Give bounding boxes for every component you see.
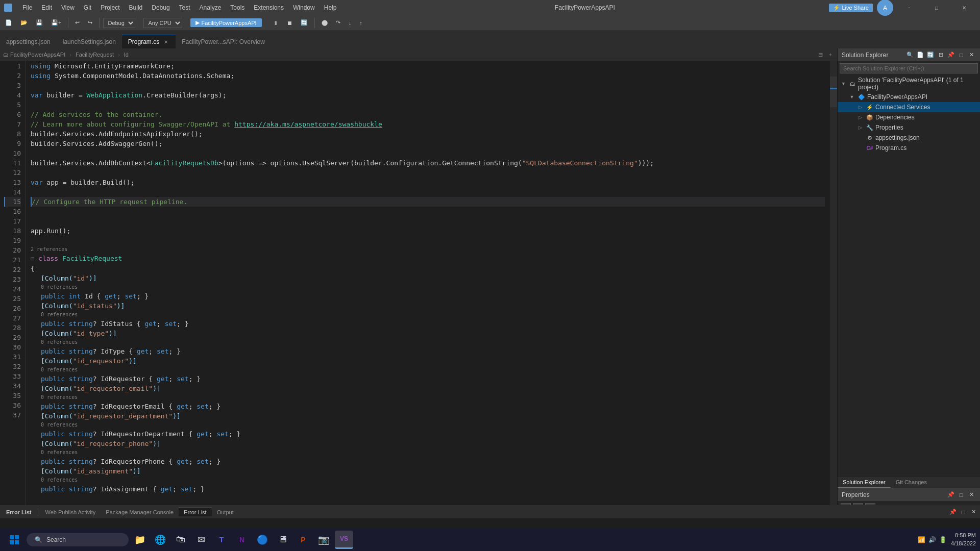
taskbar-vs[interactable]: VS	[335, 531, 353, 549]
menu-window[interactable]: Window	[289, 3, 319, 12]
menu-edit[interactable]: Edit	[37, 3, 56, 12]
programcs-node[interactable]: C# Program.cs	[838, 143, 980, 153]
taskbar-teams[interactable]: T	[212, 531, 231, 549]
stop-button[interactable]: ⏹	[284, 19, 296, 27]
maximize-properties-icon[interactable]: □	[957, 490, 966, 499]
breadcrumb-project[interactable]: 🗂 FacilityPowerAppsAPI	[3, 52, 65, 58]
close-button[interactable]: ✕	[952, 0, 976, 15]
code-line-18: app.Run();	[31, 226, 825, 236]
platform-dropdown[interactable]: Any CPU	[143, 18, 182, 28]
appsettings-node[interactable]: ⚙ appsettings.json	[838, 133, 980, 143]
taskbar-onenote[interactable]: N	[233, 531, 251, 549]
save-button[interactable]: 💾	[33, 18, 46, 27]
taskbar-mail[interactable]: ✉	[192, 531, 210, 549]
tab-appsettings[interactable]: appsettings.json	[0, 35, 57, 48]
main-layout: 🗂 FacilityPowerAppsAPI › FacilityRequest…	[0, 48, 980, 515]
taskbar-powerpoint[interactable]: P	[294, 531, 312, 549]
tab-web-publish[interactable]: Web Publish Activity	[40, 508, 101, 516]
taskbar-remote[interactable]: 🖥	[274, 531, 292, 549]
taskbar-edge[interactable]: 🌐	[151, 531, 169, 549]
properties-node[interactable]: ▷ 🔧 Properties	[838, 122, 980, 133]
live-share-button[interactable]: ⚡ Live Share	[829, 4, 873, 12]
breakpoint-button[interactable]: ⬤	[318, 18, 331, 27]
close-panel-icon[interactable]: ✕	[967, 51, 976, 60]
debug-mode-dropdown[interactable]: Debug	[103, 18, 135, 28]
maximize-button[interactable]: □	[925, 0, 948, 15]
search-icon[interactable]: 🔍	[905, 51, 915, 60]
connected-services-node[interactable]: ▷ ⚡ Connected Services	[838, 102, 980, 112]
start-debug-button[interactable]: ▶ FacilityPowerAppsAPI	[190, 18, 261, 27]
taskbar-clock[interactable]: 8:58 PM 4/18/2022	[951, 532, 976, 547]
menu-debug[interactable]: Debug	[148, 3, 174, 12]
menu-help[interactable]: Help	[320, 3, 341, 12]
new-file-button[interactable]: 📄	[2, 18, 15, 27]
save-all-button[interactable]: 💾+	[48, 18, 64, 27]
battery-icon[interactable]: 🔋	[939, 536, 947, 543]
pin-icon[interactable]: 📌	[946, 51, 955, 60]
menu-git[interactable]: Git	[80, 3, 95, 12]
git-changes-tab[interactable]: Git Changes	[891, 477, 932, 488]
restart-button[interactable]: 🔄	[298, 18, 311, 27]
menu-file[interactable]: File	[18, 3, 36, 12]
tab-package-manager[interactable]: Package Manager Console	[101, 508, 179, 516]
breadcrumb-member[interactable]: Id	[124, 52, 129, 58]
code-line-4: var builder = WebApplication.CreateBuild…	[31, 90, 825, 100]
tab-launchsettings[interactable]: launchSettings.json	[57, 35, 122, 48]
pause-button[interactable]: ⏸	[270, 19, 282, 27]
svg-rect-1	[15, 535, 19, 539]
menu-tools[interactable]: Tools	[226, 3, 249, 12]
dependencies-node[interactable]: ▷ 📦 Dependencies	[838, 112, 980, 122]
maximize-panel-icon[interactable]: □	[957, 51, 966, 60]
menu-analyze[interactable]: Analyze	[195, 3, 226, 12]
panel-controls: 📌 □ ✕	[948, 508, 978, 517]
network-icon[interactable]: 📶	[918, 536, 925, 543]
minimize-button[interactable]: −	[897, 0, 921, 15]
maximize-panel-icon[interactable]: □	[959, 508, 968, 517]
menu-view[interactable]: View	[57, 3, 79, 12]
step-into-button[interactable]: ↓	[346, 19, 355, 27]
collapse-all-icon[interactable]: ⊟	[936, 51, 945, 60]
tab-overview[interactable]: FacilityPower...sAPI: Overview	[176, 35, 271, 48]
vertical-scrollbar[interactable]	[830, 61, 837, 515]
user-avatar[interactable]: A	[877, 0, 893, 16]
breadcrumb-file[interactable]: FacilityRequest	[76, 52, 114, 58]
menu-extensions[interactable]: Extensions	[250, 3, 288, 12]
step-over-button[interactable]: ↷	[333, 18, 344, 27]
refresh-icon[interactable]: 🔄	[926, 51, 935, 60]
step-out-button[interactable]: ↑	[356, 19, 365, 27]
redo-button[interactable]: ↪	[85, 18, 95, 27]
volume-icon[interactable]: 🔊	[928, 536, 936, 543]
properties-header: Properties 📌 □ ✕	[838, 488, 980, 501]
pin-panel-icon[interactable]: 📌	[948, 508, 958, 517]
taskbar-chrome[interactable]: 🔵	[253, 531, 272, 549]
expand-button[interactable]: +	[827, 52, 834, 58]
code-line-23: 0 references public int Id { get; set; }	[31, 283, 825, 301]
tab-close-icon[interactable]: ✕	[162, 39, 169, 45]
close-panel-icon[interactable]: ✕	[969, 508, 978, 517]
taskbar-search[interactable]: 🔍 Search	[27, 533, 129, 546]
code-line-10	[31, 148, 825, 158]
taskbar-file-explorer[interactable]: 📁	[131, 531, 149, 549]
close-properties-icon[interactable]: ✕	[967, 490, 976, 499]
pin-properties-icon[interactable]: 📌	[946, 490, 955, 499]
menu-project[interactable]: Project	[96, 3, 124, 12]
solution-explorer-tab[interactable]: Solution Explorer	[838, 477, 891, 488]
solution-root[interactable]: ▼ 🗂 Solution 'FacilityPowerAppsAPI' (1 o…	[838, 76, 980, 92]
expand-icon: ▷	[856, 105, 864, 110]
menu-build[interactable]: Build	[125, 3, 147, 12]
new-file-icon[interactable]: 📄	[916, 51, 925, 60]
taskbar-store[interactable]: 🛍	[172, 531, 190, 549]
project-node[interactable]: ▼ 🔷 FacilityPowerAppsAPI	[838, 92, 980, 102]
open-file-button[interactable]: 📂	[17, 18, 31, 27]
taskbar-camera[interactable]: 📷	[314, 531, 333, 549]
start-button[interactable]	[4, 530, 24, 550]
undo-button[interactable]: ↩	[72, 18, 83, 27]
code-editor[interactable]: using Microsoft.EntityFrameworkCore; usi…	[26, 61, 830, 515]
menu-test[interactable]: Test	[175, 3, 194, 12]
expand-icon: ▷	[856, 115, 864, 120]
tab-error-list[interactable]: Error List	[179, 508, 212, 516]
collapse-all-button[interactable]: ⊟	[816, 52, 825, 58]
tab-programcs[interactable]: Program.cs ✕	[122, 35, 176, 48]
solution-search-input[interactable]	[840, 63, 978, 73]
tab-output[interactable]: Output	[212, 508, 239, 516]
